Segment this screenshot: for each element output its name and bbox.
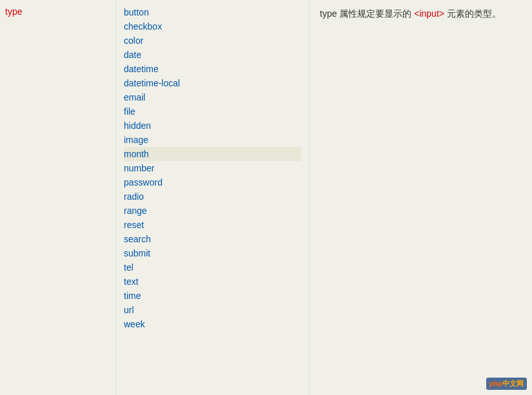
description-text: type 属性规定要显示的 <input> 元素的类型。 bbox=[320, 8, 501, 19]
list-item[interactable]: text bbox=[124, 275, 301, 289]
list-item[interactable]: image bbox=[124, 133, 301, 147]
main-container: type buttoncheckboxcolordatedatetimedate… bbox=[0, 0, 532, 395]
list-item[interactable]: week bbox=[124, 317, 301, 331]
list-item[interactable]: month bbox=[124, 147, 301, 161]
description-suffix: 元素的类型。 bbox=[444, 8, 501, 19]
list-item[interactable]: hidden bbox=[124, 119, 301, 133]
list-item[interactable]: time bbox=[124, 289, 301, 303]
description-tag: <input> bbox=[414, 8, 444, 19]
badge-suffix: 中文网 bbox=[502, 380, 524, 387]
php-badge: php中文网 bbox=[486, 378, 527, 390]
list-item[interactable]: number bbox=[124, 161, 301, 175]
middle-panel: buttoncheckboxcolordatedatetimedatetime-… bbox=[116, 0, 310, 395]
left-panel: type bbox=[0, 0, 116, 395]
badge-prefix: php bbox=[489, 380, 502, 387]
list-item[interactable]: submit bbox=[124, 246, 301, 260]
list-item[interactable]: checkbox bbox=[124, 19, 301, 34]
list-item[interactable]: reset bbox=[124, 218, 301, 232]
list-item[interactable]: datetime bbox=[124, 62, 301, 76]
list-item[interactable]: button bbox=[124, 5, 301, 19]
list-item[interactable]: email bbox=[124, 90, 301, 104]
right-panel: type 属性规定要显示的 <input> 元素的类型。 bbox=[310, 0, 532, 395]
description-prefix: type 属性规定要显示的 bbox=[320, 8, 414, 19]
list-item[interactable]: range bbox=[124, 204, 301, 218]
list-item[interactable]: radio bbox=[124, 189, 301, 204]
type-link[interactable]: type bbox=[5, 6, 22, 17]
list-item[interactable]: color bbox=[124, 34, 301, 48]
list-item[interactable]: url bbox=[124, 303, 301, 317]
list-item[interactable]: date bbox=[124, 48, 301, 62]
list-item[interactable]: search bbox=[124, 232, 301, 246]
list-item[interactable]: file bbox=[124, 104, 301, 119]
list-item[interactable]: datetime-local bbox=[124, 76, 301, 90]
list-item[interactable]: password bbox=[124, 175, 301, 189]
list-item[interactable]: tel bbox=[124, 260, 301, 275]
